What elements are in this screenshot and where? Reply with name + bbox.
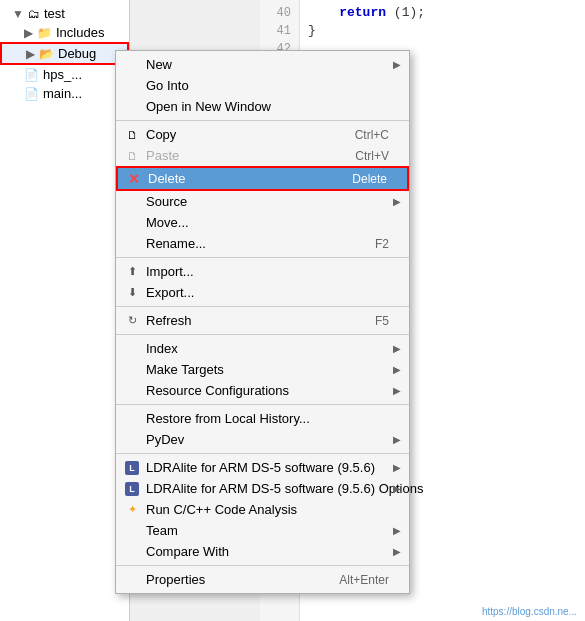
menu-label-delete: Delete	[148, 171, 186, 186]
menu-label-team: Team	[146, 523, 178, 538]
project-tree: ▼ 🗂 test ▶ 📁 Includes ▶ 📂 Debug 📄 hps_..…	[0, 0, 130, 621]
menu-item-new[interactable]: New	[116, 54, 409, 75]
menu-item-resource-configurations[interactable]: Resource Configurations	[116, 380, 409, 401]
menu-label-move: Move...	[146, 215, 189, 230]
menu-item-pydev[interactable]: PyDev	[116, 429, 409, 450]
context-menu: New Go Into Open in New Window 🗋 Copy Ct…	[115, 50, 410, 594]
ldra-icon-2: L	[124, 482, 140, 496]
menu-label-rename: Rename...	[146, 236, 206, 251]
menu-label-ldralite-arm-options: LDRAlite for ARM DS-5 software (9.5.6) O…	[146, 481, 423, 496]
watermark-text: https://blog.csdn.ne...	[482, 606, 577, 617]
menu-label-pydev: PyDev	[146, 432, 184, 447]
tree-item-debug[interactable]: ▶ 📂 Debug	[0, 42, 129, 65]
menu-item-properties[interactable]: Properties Alt+Enter	[116, 569, 409, 590]
menu-label-make-targets: Make Targets	[146, 362, 224, 377]
file-icon-main: 📄	[24, 87, 39, 101]
menu-item-copy[interactable]: 🗋 Copy Ctrl+C	[116, 124, 409, 145]
refresh-icon: ↻	[124, 314, 140, 327]
menu-label-resource-configurations: Resource Configurations	[146, 383, 289, 398]
menu-label-index: Index	[146, 341, 178, 356]
menu-label-restore-local-history: Restore from Local History...	[146, 411, 310, 426]
file-icon-hps: 📄	[24, 68, 39, 82]
rename-shortcut: F2	[345, 237, 389, 251]
menu-label-copy: Copy	[146, 127, 176, 142]
separator-3	[116, 306, 409, 307]
menu-item-export[interactable]: ⬇ Export...	[116, 282, 409, 303]
tree-item-includes[interactable]: ▶ 📁 Includes	[0, 23, 129, 42]
delete-shortcut: Delete	[322, 172, 387, 186]
menu-label-run-analysis: Run C/C++ Code Analysis	[146, 502, 297, 517]
menu-item-go-into[interactable]: Go Into	[116, 75, 409, 96]
tree-label-debug: Debug	[58, 46, 96, 61]
menu-item-index[interactable]: Index	[116, 338, 409, 359]
menu-label-ldralite-arm: LDRAlite for ARM DS-5 software (9.5.6)	[146, 460, 375, 475]
expand-icon: ▼	[12, 7, 24, 21]
menu-item-import[interactable]: ⬆ Import...	[116, 261, 409, 282]
menu-item-team[interactable]: Team	[116, 520, 409, 541]
code-line-40: return (1);	[308, 4, 425, 22]
tree-item-hps[interactable]: 📄 hps_...	[0, 65, 129, 84]
delete-icon: ✕	[126, 171, 142, 187]
menu-label-new: New	[146, 57, 172, 72]
copy-shortcut: Ctrl+C	[325, 128, 389, 142]
menu-label-properties: Properties	[146, 572, 205, 587]
separator-4	[116, 334, 409, 335]
separator-1	[116, 120, 409, 121]
expand-icon-debug: ▶	[26, 47, 35, 61]
line-41: 41	[260, 22, 299, 40]
menu-item-rename[interactable]: Rename... F2	[116, 233, 409, 254]
separator-5	[116, 404, 409, 405]
menu-item-ldralite-arm[interactable]: L LDRAlite for ARM DS-5 software (9.5.6)	[116, 457, 409, 478]
project-label: test	[44, 6, 65, 21]
menu-label-import: Import...	[146, 264, 194, 279]
line-40: 40	[260, 4, 299, 22]
paste-shortcut: Ctrl+V	[325, 149, 389, 163]
menu-label-go-into: Go Into	[146, 78, 189, 93]
menu-item-source[interactable]: Source	[116, 191, 409, 212]
separator-7	[116, 565, 409, 566]
export-icon: ⬇	[124, 286, 140, 299]
expand-icon-includes: ▶	[24, 26, 33, 40]
separator-6	[116, 453, 409, 454]
tree-item-project[interactable]: ▼ 🗂 test	[0, 4, 129, 23]
refresh-shortcut: F5	[345, 314, 389, 328]
tree-item-main[interactable]: 📄 main...	[0, 84, 129, 103]
menu-label-source: Source	[146, 194, 187, 209]
menu-label-export: Export...	[146, 285, 194, 300]
import-icon: ⬆	[124, 265, 140, 278]
copy-icon: 🗋	[124, 129, 140, 141]
menu-item-ldralite-arm-options[interactable]: L LDRAlite for ARM DS-5 software (9.5.6)…	[116, 478, 409, 499]
folder-icon-includes: 📁	[37, 26, 52, 40]
run-analysis-icon: ✦	[124, 503, 140, 516]
menu-item-delete[interactable]: ✕ Delete Delete	[116, 166, 409, 191]
ldra-icon-1: L	[124, 461, 140, 475]
tree-label-main: main...	[43, 86, 82, 101]
menu-item-open-in-window[interactable]: Open in New Window	[116, 96, 409, 117]
project-icon: 🗂	[28, 7, 40, 21]
separator-2	[116, 257, 409, 258]
properties-shortcut: Alt+Enter	[309, 573, 389, 587]
folder-icon-debug: 📂	[39, 47, 54, 61]
menu-label-compare-with: Compare With	[146, 544, 229, 559]
tree-label-includes: Includes	[56, 25, 104, 40]
menu-item-make-targets[interactable]: Make Targets	[116, 359, 409, 380]
menu-item-move[interactable]: Move...	[116, 212, 409, 233]
tree-label-hps: hps_...	[43, 67, 82, 82]
code-line-41: }	[308, 22, 425, 40]
menu-item-refresh[interactable]: ↻ Refresh F5	[116, 310, 409, 331]
watermark: https://blog.csdn.ne...	[482, 606, 577, 617]
menu-item-restore-local-history[interactable]: Restore from Local History...	[116, 408, 409, 429]
menu-label-refresh: Refresh	[146, 313, 192, 328]
menu-item-run-analysis[interactable]: ✦ Run C/C++ Code Analysis	[116, 499, 409, 520]
paste-icon: 🗋	[124, 150, 140, 162]
menu-item-compare-with[interactable]: Compare With	[116, 541, 409, 562]
menu-item-paste[interactable]: 🗋 Paste Ctrl+V	[116, 145, 409, 166]
menu-label-paste: Paste	[146, 148, 179, 163]
menu-label-open-in-window: Open in New Window	[146, 99, 271, 114]
